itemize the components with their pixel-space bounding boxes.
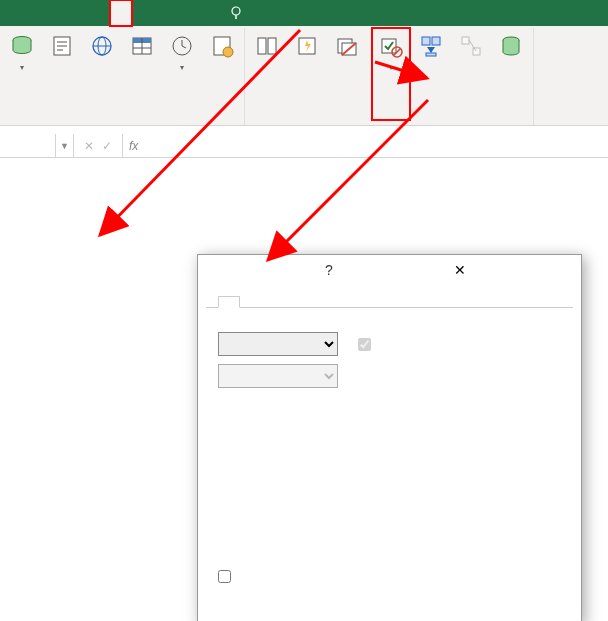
dialog-tab-input-message[interactable] xyxy=(240,296,262,308)
svg-rect-31 xyxy=(462,37,469,44)
data-validation-dialog: ? ✕ xyxy=(197,254,582,621)
data-validation-button[interactable]: ▾ xyxy=(372,28,410,120)
formula-bar: ▼ ✕ ✓ fx xyxy=(0,134,608,158)
apply-all-checkbox[interactable] xyxy=(218,570,237,583)
flash-icon xyxy=(292,31,322,61)
svg-rect-27 xyxy=(422,37,430,45)
validate-icon xyxy=(376,31,406,61)
txt-icon xyxy=(47,31,77,61)
ribbon-body: ▾ ▾ xyxy=(0,26,608,126)
manage-data-model-button[interactable] xyxy=(492,28,530,120)
svg-rect-28 xyxy=(432,37,440,45)
conn-icon xyxy=(207,31,237,61)
table-icon xyxy=(127,31,157,61)
relation-icon xyxy=(456,31,486,61)
tab-file[interactable] xyxy=(0,0,22,26)
ribbon-group-data-tools-a xyxy=(245,28,369,125)
from-web-button[interactable] xyxy=(83,28,121,120)
dialog-tab-settings[interactable] xyxy=(218,296,240,308)
tab-review[interactable] xyxy=(132,0,154,26)
svg-rect-32 xyxy=(473,48,480,55)
name-box[interactable] xyxy=(0,134,56,157)
ribbon-tabs xyxy=(0,0,608,26)
ignore-blank-checkbox xyxy=(358,338,377,351)
tab-help[interactable] xyxy=(198,0,220,26)
dialog-tab-ime-mode[interactable] xyxy=(284,296,306,308)
tab-home[interactable] xyxy=(22,0,44,26)
tab-view[interactable] xyxy=(154,0,176,26)
consol-icon xyxy=(416,31,446,61)
remove-duplicates-button[interactable] xyxy=(328,28,366,108)
svg-point-0 xyxy=(232,7,240,15)
flash-fill-button[interactable] xyxy=(288,28,326,108)
ribbon-group-data-tools-b: ▾ xyxy=(369,28,534,125)
svg-rect-17 xyxy=(258,38,266,54)
svg-rect-30 xyxy=(426,53,436,56)
web-icon xyxy=(87,31,117,61)
dialog-tab-error-alert[interactable] xyxy=(262,296,284,308)
fx-icon[interactable]: fx xyxy=(123,139,144,153)
enter-formula-icon: ✓ xyxy=(102,139,112,153)
ribbon-group-get-transform: ▾ ▾ xyxy=(0,28,245,125)
allow-select[interactable] xyxy=(218,332,338,356)
split-icon xyxy=(252,31,282,61)
from-table-range-button[interactable] xyxy=(123,28,161,120)
name-box-dropdown[interactable]: ▼ xyxy=(56,134,74,157)
dialog-close-button[interactable]: ✕ xyxy=(444,262,573,278)
model-icon xyxy=(496,31,526,61)
tell-me-icon[interactable] xyxy=(228,0,244,26)
recent-icon xyxy=(167,31,197,61)
tab-insert[interactable] xyxy=(44,0,66,26)
svg-rect-18 xyxy=(268,38,276,54)
dialog-help-button[interactable]: ? xyxy=(315,262,444,278)
tab-data[interactable] xyxy=(110,0,132,26)
svg-marker-29 xyxy=(427,47,435,53)
tab-developer[interactable] xyxy=(176,0,198,26)
data-select xyxy=(218,364,338,388)
existing-connections-button[interactable] xyxy=(203,28,241,120)
from-text-csv-button[interactable] xyxy=(43,28,81,120)
dedup-icon xyxy=(332,31,362,61)
tab-formulas[interactable] xyxy=(88,0,110,26)
relationships-button[interactable] xyxy=(452,28,490,120)
svg-point-16 xyxy=(223,47,233,57)
cancel-formula-icon: ✕ xyxy=(84,139,94,153)
text-to-columns-button[interactable] xyxy=(248,28,286,108)
recent-sources-button[interactable]: ▾ xyxy=(163,28,201,120)
db-icon xyxy=(7,31,37,61)
tab-page-layout[interactable] xyxy=(66,0,88,26)
get-data-button[interactable]: ▾ xyxy=(3,28,41,120)
consolidate-button[interactable] xyxy=(412,28,450,120)
